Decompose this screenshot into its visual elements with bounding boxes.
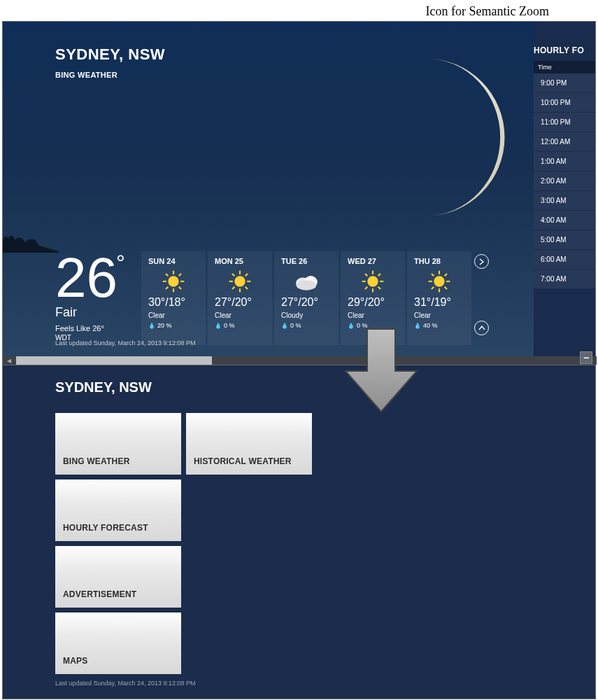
sun-icon — [148, 268, 199, 295]
svg-line-27 — [378, 287, 380, 289]
forecast-day: TUE 26 — [281, 257, 332, 265]
forecast-cond: Clear — [215, 312, 265, 319]
svg-line-14 — [232, 274, 234, 276]
forecast-card[interactable]: MON 2527°/20°Clear0 % — [208, 251, 272, 345]
forecast-next-button[interactable] — [474, 254, 489, 269]
hourly-forecast-panel: HOURLY FO Time 9:00 PM10:00 PM11:00 PM12… — [534, 22, 595, 356]
zoom-tile[interactable]: HISTORICAL WEATHER — [186, 413, 312, 475]
hourly-row[interactable]: 1:00 AM — [534, 152, 595, 172]
svg-line-6 — [179, 287, 181, 289]
app-name: BING WEATHER — [55, 71, 165, 79]
forecast-nav — [474, 254, 489, 335]
hourly-row[interactable]: 12:00 AM — [534, 132, 595, 152]
hourly-row[interactable]: 9:00 PM — [534, 74, 595, 93]
svg-line-17 — [232, 287, 234, 289]
sun-icon — [414, 268, 464, 295]
tile-row: ADVERTISEMENT — [55, 546, 312, 608]
zoom-tile[interactable]: MAPS — [55, 612, 181, 674]
forecast-cond: Clear — [148, 312, 199, 319]
forecast-precip: 40 % — [414, 322, 464, 329]
forecast-precip: 0 % — [215, 322, 265, 329]
svg-line-38 — [432, 287, 434, 289]
tile-row: BING WEATHERHISTORICAL WEATHER — [55, 413, 312, 475]
svg-line-37 — [445, 274, 447, 276]
svg-point-0 — [168, 276, 178, 286]
arrow-right-icon — [478, 258, 485, 265]
forecast-range: 29°/20° — [348, 296, 398, 309]
scroll-left-button[interactable]: ◀ — [3, 356, 15, 365]
cloud-icon — [281, 268, 332, 295]
forecast-day: THU 28 — [414, 257, 464, 265]
tile-row: MAPS — [55, 612, 312, 674]
zoom-tile[interactable]: ADVERTISEMENT — [55, 546, 181, 608]
feels-like: Feels Like 26° — [55, 324, 127, 332]
svg-point-9 — [234, 276, 245, 286]
weather-app-main: SYDNEY, NSW BING WEATHER 26° Fair Feels … — [2, 21, 596, 365]
sky-background: SYDNEY, NSW BING WEATHER 26° Fair Feels … — [3, 22, 534, 356]
forecast-cond: Cloudy — [281, 312, 332, 319]
hourly-title: HOURLY FO — [534, 22, 595, 61]
forecast-day: WED 27 — [348, 257, 398, 265]
hourly-row[interactable]: 4:00 AM — [534, 211, 595, 230]
sun-icon — [215, 268, 265, 295]
hourly-row[interactable]: 6:00 AM — [534, 250, 595, 270]
forecast-range: 27°/20° — [281, 296, 332, 309]
zoom-last-updated: Last updated Sunday, March 24, 2013 9:12… — [55, 680, 195, 687]
weather-app-zoomed: SYDNEY, NSW BING WEATHERHISTORICAL WEATH… — [2, 365, 596, 699]
header-block: SYDNEY, NSW BING WEATHER — [55, 46, 165, 79]
city-title: SYDNEY, NSW — [55, 46, 165, 64]
horizontal-scrollbar[interactable]: ◀ ▶ — [3, 356, 597, 365]
zoom-tile[interactable]: HOURLY FORECAST — [55, 479, 181, 541]
svg-point-21 — [367, 276, 378, 286]
svg-point-30 — [434, 276, 444, 286]
current-conditions: 26° Fair Feels Like 26° WDT — [55, 253, 127, 342]
tile-row: HOURLY FORECAST — [55, 479, 312, 541]
svg-line-15 — [245, 287, 248, 289]
hourly-row[interactable]: 3:00 AM — [534, 191, 595, 211]
forecast-precip: 0 % — [281, 322, 332, 329]
caret-up-icon — [478, 325, 485, 332]
scrollbar-thumb[interactable] — [16, 356, 212, 365]
forecast-collapse-button[interactable] — [474, 321, 489, 335]
sun-icon — [348, 268, 398, 295]
svg-line-36 — [445, 287, 447, 289]
svg-line-29 — [365, 287, 367, 289]
svg-line-35 — [432, 274, 434, 276]
forecast-precip: 20 % — [148, 322, 199, 329]
forecast-cond: Clear — [414, 312, 464, 319]
degree-symbol: ° — [116, 250, 125, 275]
svg-line-28 — [378, 274, 380, 276]
last-updated: Last updated Sunday, March 24, 2013 9:12… — [55, 340, 195, 346]
down-arrow-illustration — [343, 328, 420, 414]
hourly-row[interactable]: 2:00 AM — [534, 172, 595, 191]
crescent-moon-icon — [339, 50, 513, 225]
hourly-time-header: Time — [534, 61, 595, 74]
svg-line-7 — [179, 274, 181, 276]
tree-silhouette — [3, 232, 59, 253]
temp-value: 26 — [55, 246, 118, 309]
svg-line-8 — [166, 287, 168, 289]
hourly-row[interactable]: 11:00 PM — [534, 113, 595, 132]
hourly-row[interactable]: 7:00 AM — [534, 270, 595, 289]
hourly-row[interactable]: 5:00 AM — [534, 230, 595, 250]
svg-line-26 — [365, 274, 367, 276]
forecast-range: 30°/18° — [148, 296, 199, 309]
forecast-cond: Clear — [348, 312, 398, 319]
zoom-tile-grid: BING WEATHERHISTORICAL WEATHERHOURLY FOR… — [55, 413, 312, 679]
svg-line-16 — [245, 274, 248, 276]
daily-forecast-strip: SUN 2430°/18°Clear20 %MON 2527°/20°Clear… — [141, 251, 471, 345]
svg-line-5 — [166, 274, 168, 276]
forecast-card[interactable]: TUE 2627°/20°Cloudy0 % — [274, 251, 339, 345]
zoom-tile[interactable]: BING WEATHER — [55, 413, 181, 475]
forecast-range: 31°/19° — [414, 296, 464, 309]
forecast-day: MON 25 — [215, 257, 265, 265]
semantic-zoom-icon[interactable]: − — [580, 351, 592, 364]
forecast-range: 27°/20° — [215, 296, 265, 309]
caption-text: Icon for Semantic Zoom — [426, 4, 549, 19]
forecast-card[interactable]: SUN 2430°/18°Clear20 % — [141, 251, 206, 345]
svg-point-20 — [297, 280, 317, 290]
hourly-row[interactable]: 10:00 PM — [534, 93, 595, 113]
forecast-day: SUN 24 — [148, 257, 199, 265]
current-temp: 26° — [55, 253, 127, 303]
zoom-city-title: SYDNEY, NSW — [55, 379, 152, 396]
